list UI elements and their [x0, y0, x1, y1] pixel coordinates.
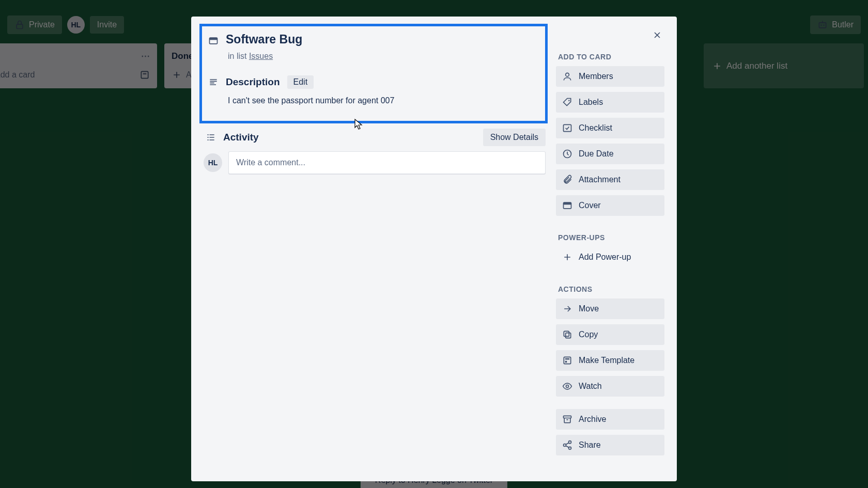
activity-heading: Activity	[223, 132, 259, 143]
plus-icon	[562, 252, 572, 262]
cover-icon	[562, 200, 572, 211]
close-icon	[652, 30, 662, 40]
in-list-label: in list Issues	[206, 52, 541, 61]
copy-button[interactable]: Copy	[556, 324, 664, 345]
svg-rect-20	[564, 416, 571, 418]
arrow-right-icon	[562, 304, 572, 314]
show-details-button[interactable]: Show Details	[483, 129, 546, 146]
description-icon	[208, 77, 219, 87]
move-button[interactable]: Move	[556, 298, 664, 319]
svg-rect-15	[564, 331, 569, 336]
copy-icon	[562, 329, 572, 340]
make-template-button[interactable]: Make Template	[556, 350, 664, 371]
card-title[interactable]: Software Bug	[226, 33, 302, 46]
modal-main: Software Bug in list Issues Description …	[204, 26, 546, 461]
paperclip-icon	[562, 175, 572, 185]
svg-rect-10	[564, 124, 571, 131]
activity-icon	[206, 132, 216, 143]
share-button[interactable]: Share	[556, 435, 664, 455]
checklist-icon	[562, 123, 572, 133]
svg-rect-7	[210, 38, 218, 40]
svg-rect-14	[566, 333, 571, 338]
description-heading: Description	[226, 76, 280, 88]
svg-point-9	[568, 100, 570, 101]
svg-point-23	[569, 447, 571, 449]
members-button[interactable]: Members	[556, 66, 664, 87]
svg-rect-16	[564, 357, 570, 364]
card-modal: Software Bug in list Issues Description …	[191, 17, 677, 481]
svg-point-21	[569, 441, 571, 444]
archive-icon	[562, 414, 572, 424]
template-icon	[562, 355, 572, 366]
user-icon	[562, 71, 572, 82]
edit-description-button[interactable]: Edit	[287, 75, 314, 89]
eye-icon	[562, 381, 572, 391]
description-text[interactable]: I can't see the passport number for agen…	[206, 93, 541, 105]
modal-sidebar: ADD TO CARD Members Labels Checklist Due…	[556, 26, 664, 461]
highlight-annotation: Software Bug in list Issues Description …	[199, 24, 548, 123]
share-icon	[562, 440, 572, 450]
archive-button[interactable]: Archive	[556, 409, 664, 430]
tag-icon	[562, 97, 572, 107]
svg-rect-13	[564, 202, 571, 204]
svg-rect-18	[565, 361, 567, 363]
card-icon	[208, 36, 219, 46]
attachment-button[interactable]: Attachment	[556, 169, 664, 190]
svg-point-8	[566, 73, 569, 76]
due-date-button[interactable]: Due Date	[556, 144, 664, 164]
cursor-icon	[354, 118, 364, 130]
list-link[interactable]: Issues	[249, 52, 273, 60]
labels-button[interactable]: Labels	[556, 92, 664, 113]
add-powerup-button[interactable]: Add Power-up	[556, 247, 664, 267]
close-button[interactable]	[648, 26, 667, 44]
add-to-card-title: ADD TO CARD	[558, 53, 664, 61]
cover-button[interactable]: Cover	[556, 195, 664, 216]
powerups-title: POWER-UPS	[558, 233, 664, 242]
svg-point-22	[564, 444, 566, 447]
svg-point-19	[566, 385, 569, 388]
comment-input[interactable]: Write a comment...	[228, 151, 546, 174]
svg-rect-17	[565, 358, 569, 360]
actions-title: ACTIONS	[558, 285, 664, 293]
comment-avatar: HL	[204, 153, 222, 172]
clock-icon	[562, 149, 572, 159]
watch-button[interactable]: Watch	[556, 376, 664, 397]
checklist-button[interactable]: Checklist	[556, 118, 664, 138]
